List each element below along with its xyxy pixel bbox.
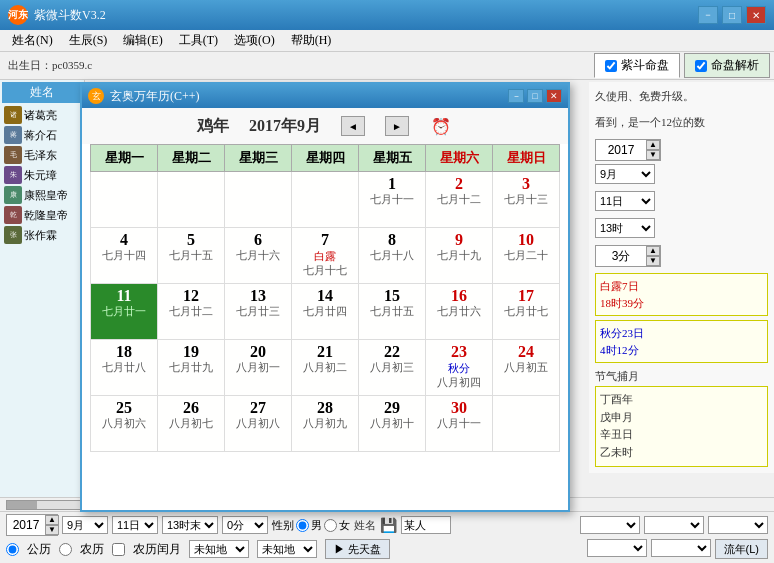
- scrollbar-thumb[interactable]: [7, 501, 37, 509]
- name-input[interactable]: [401, 516, 451, 534]
- cal-cell-3-2[interactable]: 20八月初一: [225, 340, 292, 396]
- status-bottom-select-1[interactable]: [587, 539, 647, 557]
- liuyue-btn[interactable]: 流年(L): [715, 539, 768, 559]
- cal-cell-0-4[interactable]: 1七月十一: [359, 172, 426, 228]
- cal-cell-1-3[interactable]: 7白露七月十七: [292, 228, 359, 284]
- cal-cell-2-1[interactable]: 12七月廿二: [158, 284, 225, 340]
- birth-place-2[interactable]: 未知地: [257, 540, 317, 558]
- cal-cell-3-6[interactable]: 24八月初五: [493, 340, 560, 396]
- status-month-select[interactable]: 9月: [62, 516, 108, 534]
- menu-options[interactable]: 选项(O): [226, 30, 283, 51]
- cal-cell-2-0[interactable]: 11七月廿一: [91, 284, 158, 340]
- cal-cell-1-1[interactable]: 5七月十五: [158, 228, 225, 284]
- minute-spinner[interactable]: ▲ ▼: [595, 245, 661, 267]
- status-bottom-select-2[interactable]: [651, 539, 711, 557]
- cal-cell-2-3[interactable]: 14七月廿四: [292, 284, 359, 340]
- cal-cell-0-0[interactable]: [91, 172, 158, 228]
- cal-cell-2-5[interactable]: 16七月廿六: [426, 284, 493, 340]
- menu-birth[interactable]: 生辰(S): [61, 30, 116, 51]
- xiantian-btn[interactable]: ▶ 先天盘: [325, 539, 390, 559]
- cal-cell-0-2[interactable]: [225, 172, 292, 228]
- person-item-zhuge[interactable]: 诸 诸葛亮: [2, 105, 82, 125]
- cal-cell-3-5[interactable]: 23秋分八月初四: [426, 340, 493, 396]
- cal-alarm-icon[interactable]: ⏰: [429, 114, 453, 138]
- lunar-day-1-0: 七月十四: [93, 249, 155, 262]
- tab-ziwei-checkbox[interactable]: [605, 60, 617, 72]
- minute-up-btn[interactable]: ▲: [646, 246, 660, 256]
- day-select[interactable]: 11日: [595, 191, 655, 211]
- status-extra-select-3[interactable]: [708, 516, 768, 534]
- month-select[interactable]: 9月: [595, 164, 655, 184]
- status-extra-select-1[interactable]: [580, 516, 640, 534]
- close-button[interactable]: ✕: [746, 6, 766, 24]
- maximize-button[interactable]: □: [722, 6, 742, 24]
- cal-cell-1-0[interactable]: 4七月十四: [91, 228, 158, 284]
- tab-mingpan-checkbox[interactable]: [695, 60, 707, 72]
- status-extra-select-2[interactable]: [644, 516, 704, 534]
- status-year-spinner[interactable]: ▲ ▼: [6, 514, 58, 536]
- minute-input[interactable]: [596, 249, 646, 263]
- cal-next-btn[interactable]: ►: [385, 116, 409, 136]
- minimize-button[interactable]: －: [698, 6, 718, 24]
- status-year-input[interactable]: [7, 518, 45, 532]
- cal-cell-4-2[interactable]: 27八月初八: [225, 396, 292, 452]
- cal-cell-1-4[interactable]: 8七月十八: [359, 228, 426, 284]
- status-day-select[interactable]: 11日: [112, 516, 158, 534]
- tab-mingpan[interactable]: 命盘解析: [684, 53, 770, 78]
- status-hour-select[interactable]: 13时末: [162, 516, 218, 534]
- cal-cell-2-4[interactable]: 15七月廿五: [359, 284, 426, 340]
- cal-cell-3-3[interactable]: 21八月初二: [292, 340, 359, 396]
- cal-cell-3-1[interactable]: 19七月廿九: [158, 340, 225, 396]
- menu-name[interactable]: 姓名(N): [4, 30, 61, 51]
- cal-cell-1-2[interactable]: 6七月十六: [225, 228, 292, 284]
- cal-cell-2-2[interactable]: 13七月廿三: [225, 284, 292, 340]
- cal-cell-4-1[interactable]: 26八月初七: [158, 396, 225, 452]
- birth-place-1[interactable]: 未知地: [189, 540, 249, 558]
- person-item-kangxi[interactable]: 康 康熙皇帝: [2, 185, 82, 205]
- cal-cell-4-0[interactable]: 25八月初六: [91, 396, 158, 452]
- cal-maximize-btn[interactable]: □: [527, 89, 543, 103]
- status-minute-select[interactable]: 0分: [222, 516, 268, 534]
- person-item-zhu[interactable]: 朱 朱元璋: [2, 165, 82, 185]
- cal-cell-4-4[interactable]: 29八月初十: [359, 396, 426, 452]
- year-up-btn[interactable]: ▲: [646, 140, 660, 150]
- menu-tools[interactable]: 工具(T): [171, 30, 226, 51]
- cal-cell-1-6[interactable]: 10七月二十: [493, 228, 560, 284]
- cal-cell-0-5[interactable]: 2七月十二: [426, 172, 493, 228]
- check-run[interactable]: [112, 543, 125, 556]
- save-icon[interactable]: 💾: [380, 517, 397, 534]
- hour-select[interactable]: 13时: [595, 218, 655, 238]
- radio-solar[interactable]: [6, 543, 19, 556]
- person-item-jiang[interactable]: 蒋 蒋介石: [2, 125, 82, 145]
- person-item-qianlong[interactable]: 乾 乾隆皇帝: [2, 205, 82, 225]
- gender-male-radio[interactable]: [296, 519, 309, 532]
- cal-cell-0-6[interactable]: 3七月十三: [493, 172, 560, 228]
- cal-cell-4-3[interactable]: 28八月初九: [292, 396, 359, 452]
- gender-female-radio[interactable]: [324, 519, 337, 532]
- minute-down-btn[interactable]: ▼: [646, 256, 660, 266]
- year-input[interactable]: [596, 143, 646, 157]
- cal-close-btn[interactable]: ✕: [546, 89, 562, 103]
- person-item-mao[interactable]: 毛 毛泽东: [2, 145, 82, 165]
- menu-edit[interactable]: 编辑(E): [115, 30, 170, 51]
- cal-cell-3-4[interactable]: 22八月初三: [359, 340, 426, 396]
- cal-minimize-btn[interactable]: －: [508, 89, 524, 103]
- cal-cell-3-0[interactable]: 18七月廿八: [91, 340, 158, 396]
- menu-help[interactable]: 帮助(H): [283, 30, 340, 51]
- lunar-day-2-4: 七月廿五: [361, 305, 423, 318]
- tab-ziwei[interactable]: 紫斗命盘: [594, 53, 680, 78]
- cal-cell-4-5[interactable]: 30八月十一: [426, 396, 493, 452]
- year-down-btn[interactable]: ▼: [646, 150, 660, 160]
- cal-cell-4-6[interactable]: [493, 396, 560, 452]
- status-year-up[interactable]: ▲: [45, 515, 59, 525]
- cal-cell-2-6[interactable]: 17七月廿七: [493, 284, 560, 340]
- cal-prev-btn[interactable]: ◄: [341, 116, 365, 136]
- solar-label: 公历: [27, 541, 51, 558]
- cal-cell-0-1[interactable]: [158, 172, 225, 228]
- cal-cell-1-5[interactable]: 9七月十九: [426, 228, 493, 284]
- cal-cell-0-3[interactable]: [292, 172, 359, 228]
- year-spinner[interactable]: ▲ ▼: [595, 139, 661, 161]
- radio-lunar[interactable]: [59, 543, 72, 556]
- person-item-zhang[interactable]: 张 张作霖: [2, 225, 82, 245]
- status-year-down[interactable]: ▼: [45, 525, 59, 535]
